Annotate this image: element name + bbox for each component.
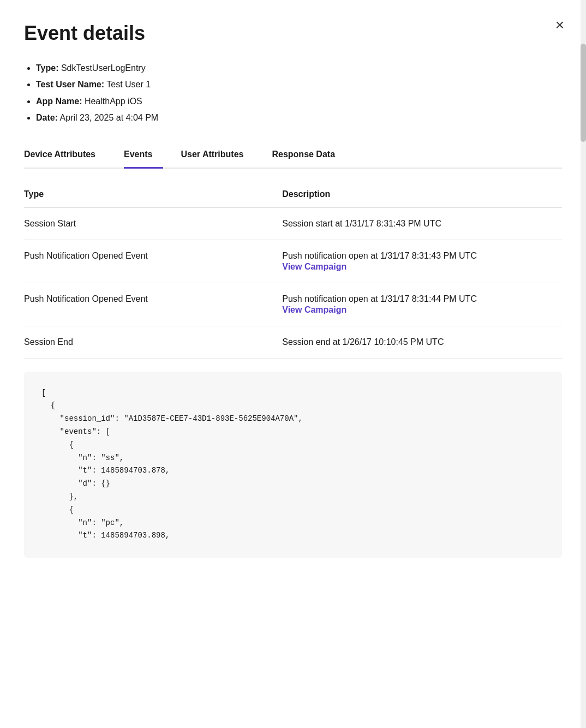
table-row: Push Notification Opened Event Push noti… (24, 283, 562, 326)
view-campaign-link-1[interactable]: View Campaign (282, 262, 553, 272)
meta-list: Type: SdkTestUserLogEntry Test User Name… (24, 60, 562, 127)
json-block: [ { "session_id": "A1D3587E-CEE7-43D1-89… (24, 372, 562, 558)
meta-date: Date: April 23, 2025 at 4:04 PM (36, 110, 562, 126)
row-description: Session start at 1/31/17 8:31:43 PM UTC (282, 207, 562, 240)
row-description: Push notification open at 1/31/17 8:31:4… (282, 283, 562, 326)
table-row: Session End Session end at 1/26/17 10:10… (24, 326, 562, 358)
row-type: Session Start (24, 207, 282, 240)
row-type: Push Notification Opened Event (24, 240, 282, 283)
table-row: Push Notification Opened Event Push noti… (24, 240, 562, 283)
row-description: Push notification open at 1/31/17 8:31:4… (282, 240, 562, 283)
events-table: Type Description Session Start Session s… (24, 182, 562, 359)
meta-type: Type: SdkTestUserLogEntry (36, 60, 562, 76)
tab-events[interactable]: Events (124, 143, 163, 169)
row-type: Session End (24, 326, 282, 358)
event-details-modal: × Event details Type: SdkTestUserLogEntr… (0, 0, 586, 728)
tab-response-data[interactable]: Response Data (272, 143, 346, 169)
tab-user-attributes[interactable]: User Attributes (181, 143, 254, 169)
scrollbar-track[interactable] (581, 0, 586, 728)
close-button[interactable]: × (555, 17, 564, 33)
table-header-row: Type Description (24, 182, 562, 207)
tabs-container: Device Attributes Events User Attributes… (24, 142, 562, 169)
table-row: Session Start Session start at 1/31/17 8… (24, 207, 562, 240)
meta-app-name: App Name: HealthApp iOS (36, 93, 562, 110)
row-description: Session end at 1/26/17 10:10:45 PM UTC (282, 326, 562, 358)
meta-test-user: Test User Name: Test User 1 (36, 76, 562, 93)
scrollbar-thumb[interactable] (581, 44, 586, 142)
view-campaign-link-2[interactable]: View Campaign (282, 305, 553, 315)
page-title: Event details (24, 22, 562, 45)
col-description-header: Description (282, 182, 562, 207)
tab-device-attributes[interactable]: Device Attributes (24, 143, 106, 169)
col-type-header: Type (24, 182, 282, 207)
row-type: Push Notification Opened Event (24, 283, 282, 326)
events-table-container: Type Description Session Start Session s… (24, 182, 562, 359)
